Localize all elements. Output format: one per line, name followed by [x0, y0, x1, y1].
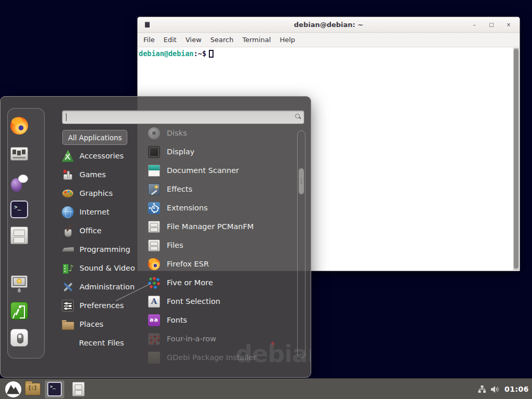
close-icon[interactable]: × [505, 21, 512, 29]
pidgin-icon [10, 174, 28, 192]
category-administration[interactable]: Administration [62, 277, 149, 296]
menu-icon [5, 381, 21, 397]
menubar-item-view[interactable]: View [185, 36, 202, 44]
taskbar-launcher-files[interactable] [69, 380, 88, 398]
fonts-icon [148, 314, 160, 326]
firefox-icon [148, 258, 160, 270]
fourinarow-icon [148, 333, 160, 345]
disks-icon [148, 127, 160, 139]
network-icon[interactable] [478, 385, 486, 393]
terminal-cursor [209, 50, 214, 58]
category-label: Places [79, 320, 103, 328]
category-sound-video[interactable]: Sound & Video [62, 259, 149, 277]
app-font-selection[interactable]: Font Selection [148, 292, 297, 311]
category-label: Programming [79, 245, 130, 254]
search-icon [295, 114, 300, 118]
menubar-item-help[interactable]: Help [280, 36, 295, 44]
app-list-scrollbar-thumb[interactable] [299, 168, 304, 194]
app-gdebi-package-installer[interactable]: GDebi Package Installer [148, 348, 297, 367]
search-box[interactable] [62, 110, 304, 124]
app-five-or-more[interactable]: Five or More [148, 273, 297, 292]
app-label: Fonts [167, 316, 187, 324]
office-icon [62, 225, 74, 237]
taskbar-launcher-menu[interactable] [3, 380, 23, 398]
fontsel-icon [148, 296, 160, 308]
terminal-titlebar[interactable]: debian@debian: ~ – □ × [138, 17, 520, 33]
cabinet-icon [148, 221, 160, 233]
category-label: Sound & Video [79, 264, 135, 272]
terminal-scrollbar-thumb[interactable] [514, 49, 518, 269]
terminal-scrollbar[interactable] [513, 48, 519, 270]
power-icon [10, 329, 28, 347]
category-games[interactable]: Games [62, 165, 149, 184]
category-office[interactable]: Office [62, 221, 149, 240]
all-applications-button[interactable]: All Applications [62, 130, 127, 145]
favorite-file-manager[interactable] [10, 227, 28, 244]
terminal-menubar: FileEditViewSearchTerminalHelp [138, 33, 520, 47]
category-label: Administration [79, 283, 135, 291]
favorite-shutdown[interactable] [10, 329, 28, 347]
app-files[interactable]: Files [148, 236, 297, 255]
effects-icon [148, 183, 160, 195]
graphics-icon [62, 188, 74, 200]
favorite-terminal[interactable] [10, 201, 28, 218]
accessories-icon [62, 150, 74, 162]
preferences-icon [62, 300, 74, 312]
volume-icon[interactable] [491, 385, 500, 393]
minimize-icon[interactable]: – [471, 21, 478, 29]
administration-icon [62, 281, 74, 293]
app-disks[interactable]: Disks [148, 124, 297, 142]
category-recent-files[interactable]: Recent Files [62, 334, 149, 352]
folder-icon [25, 383, 41, 395]
app-effects[interactable]: Effects [148, 180, 297, 198]
terminal-icon [47, 382, 62, 396]
app-label: File Manager PCManFM [167, 222, 254, 231]
maximize-icon[interactable]: □ [488, 21, 495, 29]
screenlock-icon [10, 274, 28, 292]
search-input[interactable] [65, 111, 290, 123]
app-display[interactable]: Display [148, 142, 297, 161]
menubar-item-file[interactable]: File [143, 36, 155, 44]
category-accessories[interactable]: Accessories [62, 147, 149, 165]
app-fonts[interactable]: Fonts [148, 311, 297, 329]
terminal-title: debian@debian: ~ [138, 21, 520, 29]
menubar-item-edit[interactable]: Edit [164, 36, 177, 44]
favorite-pidgin[interactable] [10, 174, 28, 192]
app-label: Firefox ESR [167, 260, 209, 268]
favorite-logout[interactable] [10, 302, 28, 320]
menubar-item-search[interactable]: Search [210, 36, 234, 44]
menubar-item-terminal[interactable]: Terminal [242, 36, 271, 44]
soundvideo-icon [62, 262, 74, 274]
category-label: Accessories [79, 152, 124, 160]
favorite-lock-screen[interactable] [10, 274, 28, 292]
category-programming[interactable]: Programming [62, 240, 149, 259]
app-firefox-esr[interactable]: Firefox ESR [148, 255, 297, 273]
taskbar-clock: 01:06 [504, 385, 529, 393]
keyboard-icon [10, 147, 28, 161]
app-list-scrollbar[interactable] [297, 130, 305, 358]
app-label: Document Scanner [167, 166, 239, 175]
favorite-firefox[interactable] [10, 117, 28, 135]
category-graphics[interactable]: Graphics [62, 184, 149, 203]
app-extensions[interactable]: Extensions [148, 198, 297, 217]
category-internet[interactable]: Internet [62, 203, 149, 221]
category-preferences[interactable]: Preferences [62, 296, 149, 315]
app-label: Font Selection [167, 297, 220, 305]
all-applications-label: All Applications [68, 134, 122, 142]
app-document-scanner[interactable]: Document Scanner [148, 161, 297, 180]
games-icon [62, 169, 74, 181]
taskbar: 01:06 [0, 378, 532, 399]
category-places[interactable]: Places [62, 315, 149, 334]
app-file-manager-pcmanfm[interactable]: File Manager PCManFM [148, 217, 297, 236]
app-four-in-a-row[interactable]: Four-in-a-row [148, 329, 297, 348]
favorite-keyboard[interactable] [10, 145, 28, 163]
logout-icon [10, 302, 28, 320]
category-label: Games [79, 170, 106, 179]
display-icon [148, 146, 160, 158]
taskbar-launcher-terminal[interactable] [45, 380, 64, 398]
app-label: Effects [167, 185, 192, 193]
prompt-path: :~$ [194, 49, 206, 58]
taskbar-launcher-pcmanfm[interactable] [23, 380, 43, 398]
app-label: Five or More [167, 278, 213, 287]
internet-icon [62, 206, 74, 218]
